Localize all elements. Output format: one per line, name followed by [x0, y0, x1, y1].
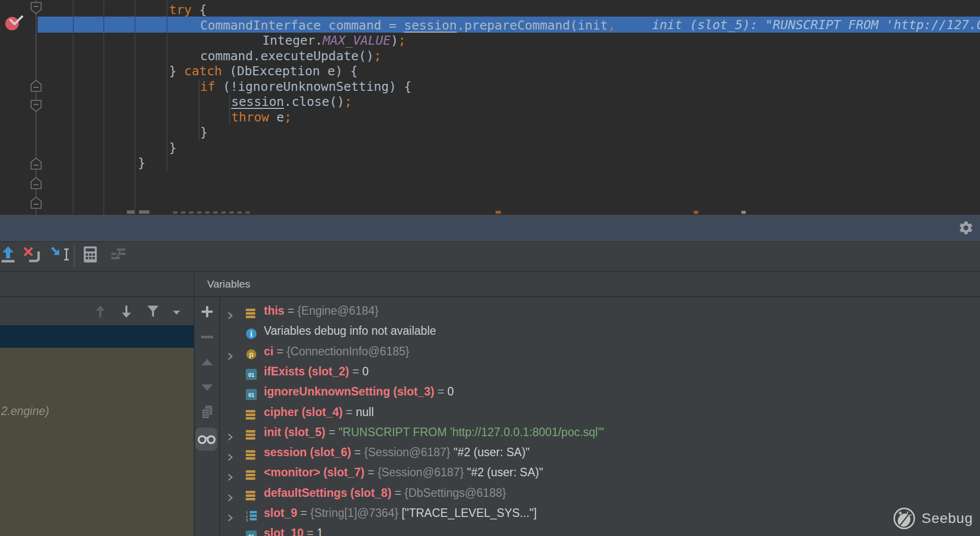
variable-row[interactable]: 123slot_9 = {String[1]@7364} ["TRACE_LEV… [220, 503, 980, 523]
filter-icon[interactable] [147, 305, 159, 318]
variables-tree: this = {Engine@6184}iVariables debug inf… [220, 297, 980, 536]
variable-text: session (slot_6) = {Session@6187} "#2 (u… [264, 442, 530, 462]
watches-toolbar-strip [195, 297, 219, 536]
debug-toolwindow-header [0, 215, 980, 242]
glasses-icon [197, 434, 216, 445]
strip-vertical-separator [219, 297, 220, 536]
variable-row[interactable]: 01ignoreUnknownSetting (slot_3) = 0 [220, 381, 980, 401]
code-line: if (!ignoreUnknownSetting) { [200, 79, 411, 94]
fold-marker-icon[interactable] [31, 196, 42, 211]
move-watch-up-icon[interactable] [202, 359, 213, 365]
svg-text:01: 01 [248, 371, 254, 377]
code-line: Integer.MAX_VALUE); [262, 33, 406, 48]
svg-text:p: p [249, 350, 253, 358]
remove-watch-icon[interactable] [201, 336, 213, 339]
clipped-code-line-fragment [127, 210, 134, 214]
fold-marker-icon[interactable] [31, 99, 42, 114]
svg-text:i: i [250, 330, 253, 338]
step-out-button[interactable] [1, 245, 16, 264]
variables-tab-title[interactable]: Variables [207, 278, 250, 290]
variable-row[interactable]: defaultSettings (slot_8) = {DbSettings@6… [220, 483, 980, 503]
code-line: } [200, 124, 208, 140]
move-watch-down-icon[interactable] [202, 384, 213, 391]
add-watch-icon[interactable] [201, 305, 214, 318]
code-editor: try {CommandInterface command = session.… [0, 0, 980, 215]
frames-pane: 2.engine) [0, 297, 194, 536]
duplicate-watch-icon[interactable] [201, 405, 214, 421]
fold-marker-icon[interactable] [31, 157, 42, 172]
seebug-logo-icon [892, 506, 917, 531]
clipped-code-line-fragment [139, 210, 149, 214]
variable-text: cipher (slot_4) = null [264, 402, 374, 422]
move-down-button[interactable] [120, 304, 132, 319]
settings-gear-icon[interactable] [958, 220, 974, 236]
variable-row[interactable]: pci = {ConnectionInfo@6185} [220, 341, 980, 361]
variable-row[interactable]: cipher (slot_4) = null [220, 402, 980, 422]
clipped-code-line-fragment [741, 211, 746, 214]
variable-row[interactable]: this = {Engine@6184} [220, 301, 980, 321]
verified-breakpoint-icon[interactable] [4, 16, 24, 32]
code-line: throw e; [231, 109, 291, 125]
move-up-button[interactable] [94, 304, 106, 319]
clipped-code-line-fragment [694, 211, 698, 214]
seebug-watermark: Seebug [892, 506, 973, 531]
variable-text: init (slot_5) = "RUNSCRIPT FROM 'http://… [264, 422, 604, 442]
code-line: } catch (DbException e) { [169, 63, 358, 79]
inline-debugger-hint: init (slot_5): "RUNSCRIPT FROM 'http://1… [652, 17, 980, 33]
seebug-watermark-text: Seebug [921, 510, 973, 526]
code-line: try { [169, 2, 207, 18]
ide-debugger-window: try {CommandInterface command = session.… [0, 0, 980, 536]
evaluate-expression-button[interactable] [83, 245, 98, 264]
info-message: Variables debug info not available [264, 321, 436, 341]
variable-text: ci = {ConnectionInfo@6185} [264, 341, 409, 361]
code-line: command.executeUpdate(); [200, 48, 381, 64]
fold-marker-icon[interactable] [31, 79, 42, 94]
code-line: session.close(); [231, 94, 352, 109]
code-line: CommandInterface command = session.prepa… [200, 18, 615, 33]
pane-vertical-separator[interactable] [194, 272, 195, 536]
variable-text: slot_10 = 1 [264, 523, 323, 536]
debugger-actions-toolbar [0, 242, 980, 272]
variable-row[interactable]: init (slot_5) = "RUNSCRIPT FROM 'http://… [220, 422, 980, 442]
variable-text: ignoreUnknownSetting (slot_3) = 0 [264, 381, 454, 401]
svg-text:01: 01 [248, 392, 254, 398]
chevron-down-icon[interactable] [173, 310, 181, 315]
indent-guide [229, 94, 230, 125]
toolwindow-tabs-row: Variables [0, 272, 980, 297]
variable-text: this = {Engine@6184} [264, 301, 379, 321]
library-frames-block: 2.engine) [0, 348, 194, 536]
variable-text: slot_9 = {String[1]@7364} ["TRACE_LEVEL_… [264, 503, 537, 523]
trace-stream-chain-button[interactable] [110, 245, 126, 264]
variable-text: defaultSettings (slot_8) = {DbSettings@6… [264, 483, 506, 503]
variable-row[interactable]: session (slot_6) = {Session@6187} "#2 (u… [220, 442, 980, 462]
drop-frame-button[interactable] [23, 245, 40, 264]
clipped-code-line-fragment [173, 211, 253, 214]
variable-row[interactable]: <monitor> (slot_7) = {Session@6187} "#2 … [220, 462, 980, 482]
indent-guide [199, 79, 200, 141]
variable-row[interactable]: 01slot_10 = 1 [220, 523, 980, 536]
selected-frame-row[interactable] [0, 325, 194, 348]
clipped-code-line-fragment [496, 211, 501, 214]
code-line: } [169, 140, 177, 156]
variable-text: ifExists (slot_2) = 0 [264, 361, 369, 381]
variables-info-row[interactable]: iVariables debug info not available [220, 321, 980, 341]
library-frame-item[interactable]: 2.engine) [1, 405, 49, 418]
fold-marker-icon[interactable] [31, 177, 42, 192]
run-to-cursor-button[interactable] [50, 245, 72, 264]
primitive-icon: 01 [246, 527, 257, 536]
variable-text: <monitor> (slot_7) = {Session@6187} "#2 … [264, 462, 543, 482]
variable-row[interactable]: 01ifExists (slot_2) = 0 [220, 361, 980, 381]
code-line: } [138, 155, 145, 171]
svg-text:3: 3 [246, 518, 248, 521]
fold-marker-icon[interactable] [31, 2, 42, 17]
show-watches-toggle[interactable] [196, 428, 217, 451]
debug-content-area: 2.engine) [0, 297, 980, 536]
svg-text:01: 01 [248, 533, 254, 536]
toolbar-separator [74, 246, 75, 266]
